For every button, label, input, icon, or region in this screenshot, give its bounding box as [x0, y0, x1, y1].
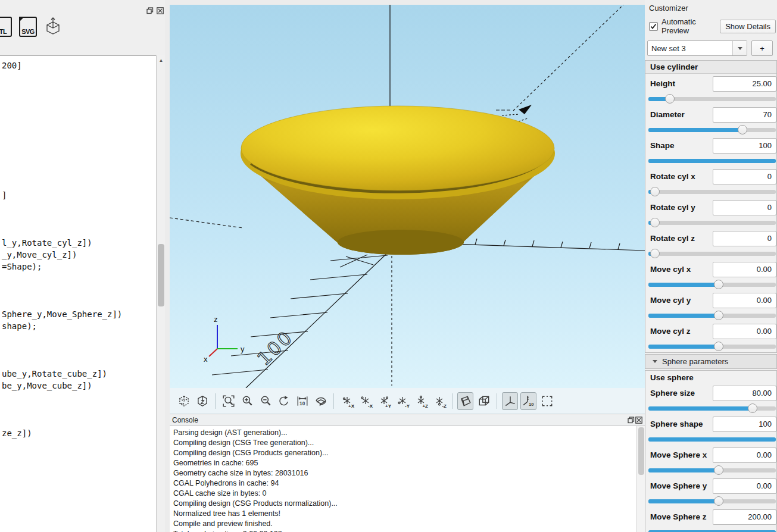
sphere-shape-input[interactable]: 100 — [713, 417, 776, 432]
rotate-cyl-x-input[interactable]: 0 — [713, 169, 776, 184]
param-label: Rotate cyl z — [648, 234, 713, 243]
editor-scrollbar[interactable]: ▲ — [156, 55, 165, 532]
export-svg-icon[interactable]: SVG — [19, 17, 37, 37]
float-panel-icon[interactable] — [627, 417, 635, 424]
slider-thumb[interactable] — [650, 187, 660, 196]
param-label: Sphere size — [648, 389, 713, 398]
param-label: Shape — [648, 141, 713, 150]
param-diameter: Diameter 70 — [645, 105, 776, 134]
show-crosshairs-icon[interactable] — [539, 392, 555, 410]
diameter-input[interactable]: 70 — [713, 107, 776, 123]
reset-view-icon[interactable] — [276, 392, 292, 410]
automatic-preview-checkbox[interactable] — [649, 22, 658, 31]
param-move-sphere-y: Move Sphere y 0.00 — [645, 476, 776, 506]
shape-slider[interactable] — [648, 156, 776, 165]
move-sphere-y-input[interactable]: 0.00 — [713, 478, 776, 494]
console-scrollbar[interactable] — [636, 426, 645, 532]
close-panel-icon[interactable] — [635, 417, 642, 424]
view-minus-x-icon[interactable]: -X — [357, 392, 373, 410]
send-to-3d-print-icon[interactable] — [44, 17, 62, 37]
move-cyl-z-input[interactable]: 0.00 — [713, 324, 776, 339]
rotate-cyl-z-slider[interactable] — [648, 249, 776, 258]
zoom-in-icon[interactable] — [239, 392, 255, 410]
move-cyl-x-input[interactable]: 0.00 — [713, 262, 776, 277]
move-cyl-z-slider[interactable] — [648, 342, 776, 351]
diameter-slider[interactable] — [648, 125, 776, 134]
view-all-ten-label: 10 — [299, 400, 305, 406]
height-slider[interactable] — [648, 94, 776, 104]
move-sphere-x-input[interactable]: 0.00 — [713, 447, 776, 463]
rotate-cyl-y-input[interactable]: 0 — [713, 200, 776, 215]
render-icon[interactable] — [194, 392, 210, 410]
param-move-cyl-x: Move cyl x 0.00 — [645, 259, 776, 289]
height-input[interactable]: 25.00 — [713, 76, 776, 92]
show-details-button[interactable]: Show Details — [720, 20, 776, 33]
orthographic-view-icon[interactable] — [476, 392, 492, 410]
console-line: CGAL Polyhedrons in cache: 94 — [173, 478, 641, 489]
view-all-icon[interactable]: 10 — [294, 392, 310, 410]
view-minus-y-icon[interactable]: -Y — [394, 392, 410, 410]
preset-select[interactable]: New set 3 — [647, 40, 747, 56]
preset-row: New set 3 + — [645, 37, 777, 59]
slider-thumb[interactable] — [714, 496, 723, 506]
add-preset-button[interactable]: + — [751, 40, 773, 56]
slider-thumb[interactable] — [650, 218, 660, 227]
view-minus-z-icon[interactable]: -Z — [431, 392, 447, 410]
perspective-view-icon[interactable] — [457, 392, 473, 410]
slider-thumb[interactable] — [748, 403, 757, 413]
close-panel-icon[interactable] — [156, 7, 164, 14]
move-cyl-y-input[interactable]: 0.00 — [713, 293, 776, 308]
x-axis-line — [212, 249, 392, 388]
show-scale-markers-icon[interactable]: 10 — [520, 392, 536, 410]
rotate-cyl-x-slider[interactable] — [648, 187, 776, 196]
sphere-section-header[interactable]: Sphere parameters — [645, 354, 777, 369]
scroll-up-arrow-icon[interactable]: ▲ — [157, 55, 166, 65]
rotate-cyl-z-input[interactable]: 0 — [713, 231, 776, 246]
console-scrollbar-thumb[interactable] — [638, 427, 644, 475]
float-panel-icon[interactable] — [146, 7, 154, 14]
3d-viewport[interactable]: 100 — [170, 5, 645, 388]
zoom-out-icon[interactable] — [257, 392, 273, 410]
stl-icon-label: TL — [0, 27, 7, 36]
slider-thumb[interactable] — [650, 249, 660, 258]
preset-dropdown-button[interactable] — [732, 41, 747, 55]
move-cyl-y-slider[interactable] — [648, 311, 776, 320]
editor-scrollbar-thumb[interactable] — [158, 244, 164, 306]
move-sphere-z-input[interactable]: 200.00 — [713, 509, 776, 525]
sphere-shape-slider[interactable] — [648, 434, 776, 444]
move-sphere-y-slider[interactable] — [648, 496, 776, 506]
zoom-all-icon[interactable] — [220, 392, 236, 410]
console-log[interactable]: Parsing design (AST generation)... Compi… — [170, 426, 645, 532]
toolbar-separator — [452, 393, 453, 409]
automatic-preview-label[interactable]: Automatic Preview — [661, 17, 716, 35]
slider-thumb[interactable] — [714, 280, 723, 289]
export-stl-icon[interactable]: TL — [0, 17, 12, 37]
z-axis-label: z — [214, 315, 218, 324]
slider-thumb[interactable] — [714, 311, 723, 320]
show-axes-icon[interactable] — [502, 392, 518, 410]
param-label: Move cyl x — [648, 265, 713, 274]
model-cylinder-sphere — [241, 106, 555, 255]
sphere-size-input[interactable]: 80.00 — [713, 386, 776, 401]
shape-input[interactable]: 100 — [713, 138, 776, 154]
view-plus-z-icon[interactable]: +Z — [413, 392, 429, 410]
slider-thumb[interactable] — [714, 465, 723, 475]
cylinder-group-header[interactable]: Use cylinder — [645, 61, 776, 74]
slider-thumb[interactable] — [665, 94, 675, 104]
move-sphere-z-slider[interactable] — [648, 527, 776, 532]
rotate-view-icon[interactable] — [313, 392, 329, 410]
sphere-size-slider[interactable] — [648, 403, 776, 413]
slider-thumb[interactable] — [714, 342, 723, 351]
code-editor[interactable]: 200] ] l_y,Rotate_cyl_z]) _y,Move_cyl_z]… — [0, 55, 156, 532]
view-plus-x-icon[interactable]: +X — [339, 392, 355, 410]
slider-thumb[interactable] — [738, 125, 747, 134]
rotate-cyl-y-slider[interactable] — [648, 218, 776, 227]
move-cyl-x-slider[interactable] — [648, 280, 776, 289]
preview-icon[interactable] — [176, 392, 192, 410]
param-shape: Shape 100 — [645, 136, 776, 165]
move-sphere-x-slider[interactable] — [648, 465, 776, 475]
chevron-down-icon — [738, 47, 742, 50]
code-line: ube_y,Rotate_cube_z]) — [2, 369, 107, 378]
toolbar-separator — [497, 393, 497, 409]
view-plus-y-icon[interactable]: +Y — [376, 392, 392, 410]
